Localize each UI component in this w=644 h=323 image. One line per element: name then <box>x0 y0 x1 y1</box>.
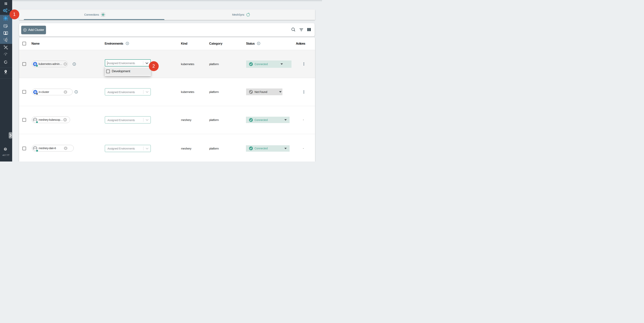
svg-text:?: ? <box>5 148 6 150</box>
